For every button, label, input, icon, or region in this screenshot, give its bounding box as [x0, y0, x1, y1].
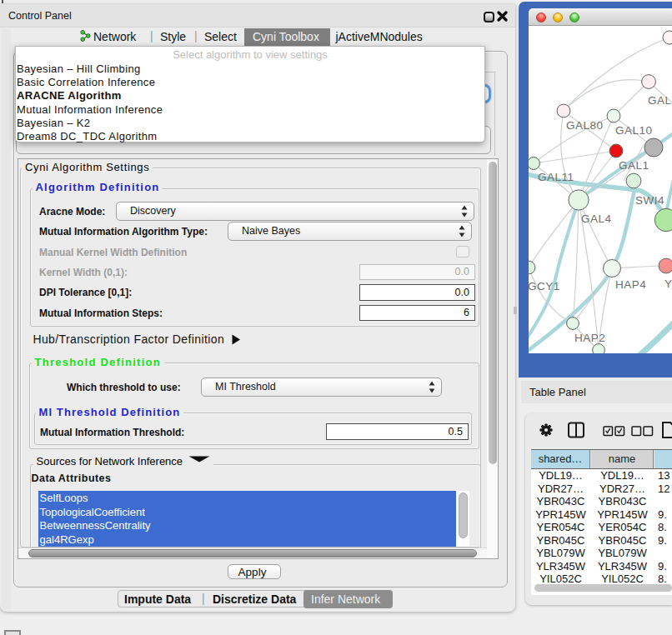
svg-text:GAL: GAL	[648, 94, 672, 107]
svg-text:GAL11: GAL11	[538, 171, 574, 183]
svg-text:GCY1: GCY1	[529, 280, 560, 292]
svg-text:SWI4: SWI4	[635, 194, 664, 207]
svg-text:GAL80: GAL80	[566, 119, 604, 132]
svg-text:HAP2: HAP2	[574, 332, 605, 344]
svg-text:HAP4: HAP4	[615, 278, 646, 291]
svg-text:Y: Y	[664, 278, 672, 290]
svg-text:GAL4: GAL4	[581, 212, 612, 225]
svg-text:GAL1: GAL1	[619, 159, 649, 172]
svg-text:GAL10: GAL10	[615, 124, 653, 137]
